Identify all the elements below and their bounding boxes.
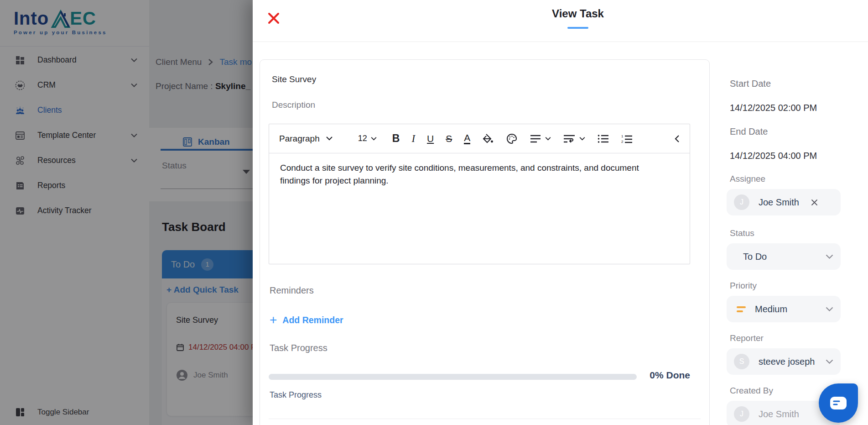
status-value: To Do xyxy=(743,252,767,262)
priority-dropdown[interactable]: Medium xyxy=(727,296,841,322)
numbered-list-icon[interactable]: 12 xyxy=(621,134,633,144)
align-select[interactable] xyxy=(530,134,551,144)
chevron-down-icon xyxy=(579,137,585,141)
chat-bubble-icon xyxy=(829,396,847,410)
reporter-dropdown[interactable]: S steeve joseph xyxy=(727,348,841,375)
task-progress-heading: Task Progress xyxy=(270,343,327,353)
modal-title-underline xyxy=(567,27,588,29)
description-label: Description xyxy=(272,100,315,110)
created-by-name: Joe Smith xyxy=(759,409,799,420)
start-date-label: Start Date xyxy=(730,79,771,89)
status-dropdown[interactable]: To Do xyxy=(727,243,841,270)
font-size-select[interactable]: 12 xyxy=(358,134,377,143)
fill-color-icon[interactable] xyxy=(482,133,494,145)
status-label: Status xyxy=(730,228,754,238)
text-wrap-icon xyxy=(563,134,576,144)
block-type-select[interactable]: Paragraph xyxy=(279,134,333,144)
modal-title: View Task xyxy=(552,7,604,20)
avatar: J xyxy=(734,194,749,210)
italic-icon[interactable]: I xyxy=(411,133,415,145)
priority-value: Medium xyxy=(755,304,787,315)
chevron-down-icon xyxy=(371,137,377,141)
add-reminder-label: Add Reminder xyxy=(282,315,343,325)
end-date-value[interactable]: 14/12/2025 04:00 PM xyxy=(730,151,817,161)
svg-text:1: 1 xyxy=(621,134,624,138)
avatar: J xyxy=(734,406,749,422)
strikethrough-icon[interactable]: S xyxy=(446,133,452,144)
editor-toolbar: Paragraph 12 B I U S xyxy=(269,124,690,153)
underline-icon[interactable]: U xyxy=(427,133,434,144)
created-by-label: Created By xyxy=(730,386,773,396)
task-title: Site Survey xyxy=(272,74,316,84)
palette-icon[interactable] xyxy=(506,133,518,145)
add-reminder-button[interactable]: + Add Reminder xyxy=(270,314,343,326)
task-progress-caption: Task Progress xyxy=(270,390,322,400)
task-progress-bar[interactable] xyxy=(269,374,637,380)
chevron-down-icon xyxy=(326,136,333,141)
chevron-down-icon xyxy=(826,307,833,311)
assignee-chip[interactable]: J Joe Smith xyxy=(727,189,841,215)
remove-assignee-icon[interactable] xyxy=(811,199,818,206)
font-size-value: 12 xyxy=(358,134,367,143)
chat-widget-button[interactable] xyxy=(819,383,858,423)
plus-icon: + xyxy=(270,314,277,326)
align-left-icon xyxy=(530,134,541,144)
font-color-icon[interactable]: A xyxy=(464,133,470,144)
reporter-label: Reporter xyxy=(730,333,764,343)
end-date-label: End Date xyxy=(730,126,768,137)
svg-text:2: 2 xyxy=(621,140,624,144)
progress-done-text: 0% Done xyxy=(650,370,690,381)
avatar: S xyxy=(734,354,749,369)
line-wrap-select[interactable] xyxy=(563,134,585,144)
reporter-name: steeve joseph xyxy=(759,357,815,367)
card-bottom-divider xyxy=(269,419,701,419)
reminders-label: Reminders xyxy=(270,285,314,296)
bold-icon[interactable]: B xyxy=(392,132,400,145)
start-date-value[interactable]: 14/12/2025 02:00 PM xyxy=(730,103,817,113)
chevron-down-icon xyxy=(545,137,551,141)
assignee-name: Joe Smith xyxy=(759,197,799,208)
chevron-down-icon xyxy=(826,359,833,364)
view-task-modal: View Task Site Survey Description Paragr… xyxy=(253,0,868,425)
bullet-list-icon[interactable] xyxy=(597,134,609,144)
rich-text-editor: Paragraph 12 B I U S xyxy=(269,124,690,264)
close-icon[interactable] xyxy=(266,11,281,26)
toolbar-scroll-left-icon[interactable] xyxy=(674,135,680,143)
app-root: Into EC Power up your Business Dashboard… xyxy=(0,0,868,425)
priority-medium-icon xyxy=(737,306,746,312)
block-type-value: Paragraph xyxy=(279,134,320,144)
assignee-label: Assignee xyxy=(730,174,765,184)
priority-label: Priority xyxy=(730,281,757,291)
chevron-down-icon xyxy=(826,254,833,259)
task-details-panel: Start Date 14/12/2025 02:00 PM End Date … xyxy=(727,0,863,425)
task-detail-card: Site Survey Description Paragraph 12 B xyxy=(260,59,710,425)
description-textarea[interactable]: Conduct a site survey to verify site con… xyxy=(269,153,690,187)
